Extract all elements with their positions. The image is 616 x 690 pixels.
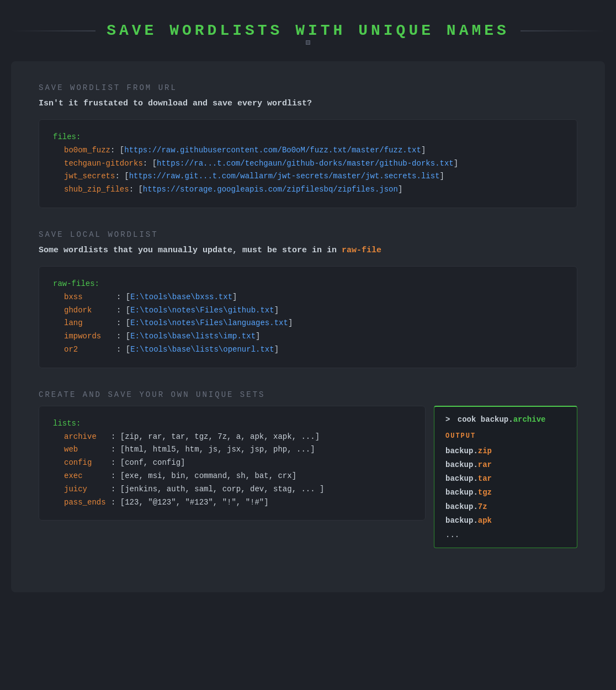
out-orange-2: tar: [478, 474, 492, 483]
list-colon-3: : [: [111, 470, 125, 483]
files-colon-0: : [: [110, 144, 124, 157]
files-close-2: ]: [440, 170, 444, 183]
files-name-3: shub_zip_files: [64, 183, 129, 197]
out-orange-0: zip: [478, 447, 492, 455]
list-value-0: zip, rar, tar, tgz, 7z, a, apk, xapk, ..…: [125, 431, 320, 444]
out-orange-3: tgz: [478, 488, 492, 497]
raw-colon-0: : [: [116, 291, 130, 304]
raw-item-0: bxss : [E:\tools\base\bxss.txt]: [64, 291, 563, 304]
section1-code-block: files: bo0om_fuzz : [https://raw.githubu…: [39, 119, 577, 208]
raw-colon-3: : [: [116, 330, 130, 343]
code-files-key: files:: [53, 131, 563, 144]
header-line-right: [521, 30, 605, 31]
files-item-2: jwt_secrets : [https://raw.git...t.com/w…: [64, 170, 563, 183]
lists-items: archive : [zip, rar, tar, tgz, 7z, a, ap…: [53, 431, 411, 509]
list-name-2: config: [64, 457, 111, 470]
files-close-3: ]: [398, 183, 402, 197]
raw-files-key: raw-files:: [53, 278, 563, 291]
section-local-wordlist: SAVE LOCAL WORDLIST Some wordlists that …: [39, 230, 577, 368]
section3-title: CREATE AND SAVE YOUR OWN UNIQUE SETS: [39, 390, 577, 399]
raw-name-4: or2: [64, 343, 116, 357]
list-colon-0: : [: [111, 431, 125, 444]
list-value-5: 123, "@123", "#123", "!", "!#"]: [125, 496, 268, 509]
output-line-4: backup.7z: [445, 500, 566, 514]
list-value-1: html, html5, htm, js, jsx, jsp, php, ...…: [125, 443, 315, 457]
out-plain-1: backup.: [445, 460, 478, 469]
raw-item-1: ghdork : [E:\tools\notes\Files\github.tx…: [64, 304, 563, 317]
files-key-label: files:: [53, 131, 81, 144]
list-value-2: conf, config]: [125, 457, 185, 470]
output-line-0: backup.zip: [445, 444, 566, 458]
files-item-3: shub_zip_files : [https://storage.google…: [64, 183, 563, 197]
files-url-0: https://raw.githubusercontent.com/Bo0oM/…: [124, 144, 421, 157]
out-orange-5: apk: [478, 516, 492, 525]
main-card: SAVE WORDLIST FROM URL Isn't it frustate…: [11, 61, 605, 592]
terminal-panel: > cook backup.archive OUTPUT backup.zip …: [434, 406, 577, 548]
files-colon-1: : [: [143, 157, 157, 171]
output-lines: backup.zip backup.rar backup.tar backup.…: [445, 444, 566, 528]
list-value-3: exe, msi, bin, command, sh, bat, crx]: [125, 470, 296, 483]
out-plain-0: backup.: [445, 447, 478, 455]
out-orange-1: rar: [478, 460, 492, 469]
list-value-4: jenkins, auth, saml, corp, dev, stag, ..…: [125, 483, 324, 496]
raw-close-3: ]: [256, 330, 260, 343]
output-label: OUTPUT: [445, 432, 566, 440]
page-title: SAVE WORDLISTS WITH UNIQUE NAMES: [95, 22, 521, 39]
terminal-prompt: >: [445, 415, 450, 424]
list-colon-4: : [: [111, 483, 125, 496]
raw-colon-2: : [: [116, 317, 130, 330]
output-ellipsis: ...: [445, 530, 566, 539]
section2-desc: Some wordlists that you manually update,…: [39, 246, 577, 255]
header-line-left: [11, 30, 95, 31]
list-item-1: web : [html, html5, htm, js, jsx, jsp, p…: [64, 443, 411, 457]
list-colon-2: : [: [111, 457, 125, 470]
files-item-1: techgaun-gitdorks : [https://ra...t.com/…: [64, 157, 563, 171]
raw-close-2: ]: [288, 317, 293, 330]
list-name-5: pass_ends: [64, 496, 111, 509]
files-name-2: jwt_secrets: [64, 170, 115, 183]
section2-title: SAVE LOCAL WORDLIST: [39, 230, 577, 239]
out-plain-5: backup.: [445, 516, 478, 525]
raw-close-1: ]: [274, 304, 279, 317]
raw-close-0: ]: [232, 291, 237, 304]
raw-path-1: E:\tools\notes\Files\github.txt: [130, 304, 274, 317]
list-item-0: archive : [zip, rar, tar, tgz, 7z, a, ap…: [64, 431, 411, 444]
raw-path-3: E:\tools\base\lists\imp.txt: [130, 330, 256, 343]
list-item-3: exec : [exe, msi, bin, command, sh, bat,…: [64, 470, 411, 483]
lists-key: lists:: [53, 417, 411, 431]
list-name-1: web: [64, 443, 111, 457]
files-url-2: https://raw.git...t.com/wallarm/jwt-secr…: [129, 170, 440, 183]
raw-path-0: E:\tools\base\bxss.txt: [130, 291, 232, 304]
list-colon-5: : [: [111, 496, 125, 509]
raw-files-key-label: raw-files:: [53, 278, 99, 291]
terminal-cmd-arg1: backup.: [481, 415, 513, 424]
raw-close-4: ]: [274, 343, 279, 357]
files-close-1: ]: [454, 157, 458, 171]
raw-name-2: lang: [64, 317, 116, 330]
raw-path-4: E:\tools\base\lists\openurl.txt: [130, 343, 274, 357]
header-dot-container: [306, 40, 310, 45]
list-name-3: exec: [64, 470, 111, 483]
section-url-wordlist: SAVE WORDLIST FROM URL Isn't it frustate…: [39, 83, 577, 208]
list-name-4: juicy: [64, 483, 111, 496]
lists-code-block: lists: archive : [zip, rar, tar, tgz, 7z…: [39, 406, 426, 521]
files-url-1: https://ra...t.com/techgaun/github-dorks…: [157, 157, 454, 171]
raw-item-2: lang : [E:\tools\notes\Files\languages.t…: [64, 317, 563, 330]
list-item-4: juicy : [jenkins, auth, saml, corp, dev,…: [64, 483, 411, 496]
out-plain-2: backup.: [445, 474, 478, 483]
raw-path-2: E:\tools\notes\Files\languages.txt: [130, 317, 288, 330]
files-colon-2: : [: [115, 170, 129, 183]
files-name-1: techgaun-gitdorks: [64, 157, 143, 171]
output-line-1: backup.rar: [445, 458, 566, 472]
raw-files-items: bxss : [E:\tools\base\bxss.txt] ghdork :…: [53, 291, 563, 357]
section1-title: SAVE WORDLIST FROM URL: [39, 83, 577, 92]
out-plain-3: backup.: [445, 488, 478, 497]
section1-desc: Isn't it frustated to download and save …: [39, 99, 577, 108]
header-dot: [306, 40, 310, 45]
raw-item-4: or2 : [E:\tools\base\lists\openurl.txt]: [64, 343, 563, 357]
page-header: SAVE WORDLISTS WITH UNIQUE NAMES: [11, 11, 605, 45]
files-item-0: bo0om_fuzz : [https://raw.githubusercont…: [64, 144, 563, 157]
raw-name-3: impwords: [64, 330, 116, 343]
section2-code-block: raw-files: bxss : [E:\tools\base\bxss.tx…: [39, 266, 577, 368]
files-url-3: https://storage.googleapis.com/zipfilesb…: [143, 183, 398, 197]
